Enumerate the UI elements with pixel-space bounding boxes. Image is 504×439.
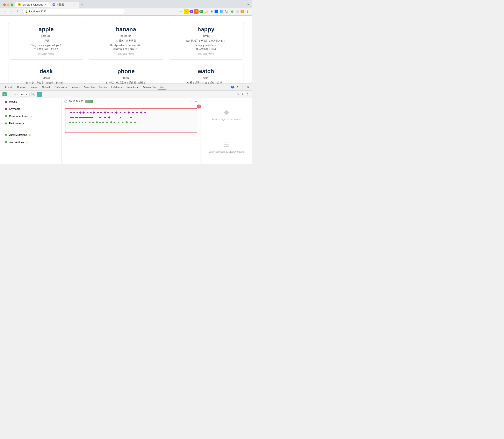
timeline-controls: + − (189, 99, 198, 103)
vue-forward-button[interactable]: → (13, 92, 17, 96)
tab-kalacloud[interactable]: R 卡拉云 ✕ (50, 2, 79, 8)
devtools-tab-security[interactable]: Security (97, 85, 109, 90)
svg-point-31 (75, 122, 77, 123)
vue-layers-icon[interactable]: ⬡ (235, 92, 240, 96)
extension-icon-5[interactable]: d (215, 10, 218, 13)
menu-icon[interactable]: ⋮ (245, 9, 249, 14)
svg-point-25 (104, 117, 106, 118)
svg-point-12 (111, 112, 113, 113)
flashcard-desk[interactable]: desk [desk] n. 书桌，办公桌；服务台，问询台； The desk … (8, 64, 84, 84)
devtools-close-button[interactable]: ✕ (246, 85, 250, 89)
devtools-tab-vue[interactable]: Vue (158, 85, 166, 90)
profile-icon[interactable]: 😊 (240, 10, 244, 13)
devtools-tab-sources[interactable]: Sources (28, 85, 40, 90)
maximize-button[interactable] (11, 3, 13, 6)
tab-close-kalacloud[interactable]: ✕ (74, 3, 76, 6)
devtools-tab-console[interactable]: Console (15, 85, 28, 90)
puzzle-icon[interactable]: 🧩 (230, 9, 234, 14)
flashcard-watch[interactable]: watch [wɒtʃ] v. 看；观看；n. 表；观察，监视； Watch w… (168, 64, 244, 84)
extension-icon-2[interactable]: K (194, 9, 198, 14)
devtools-settings-button[interactable]: ⚙ (235, 85, 240, 89)
inspect-icon[interactable]: 🔍 (31, 92, 35, 96)
extension-v-icon[interactable]: V (184, 9, 189, 14)
example-banana: He slipped on a banana skin. (92, 44, 160, 47)
vue-trash-icon[interactable]: 🗑 (240, 92, 245, 96)
vue-app-label: App (21, 93, 25, 96)
def-desk: n. 书桌，办公桌；服务台，问询台； (12, 81, 80, 84)
flashcard-apple[interactable]: apple [ˈæp(ə)l] n.苹果 Sling me an apple, … (8, 22, 84, 60)
timeline-minus-button[interactable]: − (194, 99, 198, 103)
svg-point-8 (97, 112, 99, 113)
phonetic-watch: [wɒtʃ] (172, 76, 239, 79)
page-content: apple [ˈæp(ə)l] n.苹果 Sling me an apple, … (0, 16, 252, 84)
devtools-more-button[interactable]: ⋮ (240, 85, 245, 89)
extension-icon-6[interactable]: 🌐 (219, 9, 224, 14)
devtools-tab-elements[interactable]: Elements (2, 85, 15, 90)
svg-point-16 (128, 111, 130, 114)
performance-label: Performance (9, 122, 24, 125)
sidebar-item-vuex-mutations[interactable]: Vuex Mutations ★ (2, 132, 60, 138)
word-happy: happy (172, 26, 239, 33)
new-tab-button[interactable]: + (79, 2, 84, 7)
svg-point-5 (87, 112, 88, 113)
devtools-tab-adblock[interactable]: Adblock Plus (141, 85, 158, 90)
vue-back-button[interactable]: ← (8, 92, 12, 96)
devtools-tab-application[interactable]: Application (82, 85, 97, 90)
phonetic-phone: [fəʊn] (92, 76, 160, 79)
chat-icon[interactable]: 💬 (224, 9, 229, 14)
svg-point-20 (144, 112, 146, 113)
vue-app-selector[interactable]: App ▾ (19, 92, 30, 97)
tab-close-flashcard[interactable]: ✕ (44, 3, 47, 6)
flashcard-banana[interactable]: banana [bəˈnɑːnə] n. 香蕉；喜剧演员 He slipped … (88, 22, 164, 60)
forward-button[interactable]: → (9, 9, 14, 14)
back-button[interactable]: ← (2, 9, 7, 14)
keyboard-dot-icon (5, 108, 7, 110)
tab-label-flashcard: flashcard-kalacloud (22, 3, 43, 6)
layer-panel-text: Select a layer to get started (211, 118, 241, 121)
keyboard-events-track (67, 116, 195, 119)
tab-favicon-flashcard: V (18, 3, 21, 6)
sidebar-item-vuex-actions[interactable]: Vuex Actions ★ (2, 139, 60, 146)
sidebar-item-component-events[interactable]: Component events (2, 113, 60, 119)
bookmark-icon[interactable]: ☆ (179, 9, 183, 14)
word-desk: desk (12, 68, 80, 75)
devtools-tab-performance[interactable]: Performance (52, 85, 70, 90)
word-phone: phone (92, 68, 160, 75)
svg-point-29 (69, 122, 71, 123)
timeline-panel: 🕐 20:38:26.880 + − (62, 98, 201, 164)
timeline-plus-button[interactable]: + (189, 99, 193, 103)
devtools-body: Mouse Keyboard Component events Performa… (0, 98, 252, 164)
timeline-view-button[interactable]: ≡ (37, 92, 42, 97)
keyboard-label: Keyboard (9, 107, 21, 110)
tab-expand-button[interactable]: ▾ (246, 2, 250, 7)
address-input[interactable]: 🔒 localhost:8081 (22, 9, 125, 14)
sidebar-item-performance[interactable]: Performance (2, 120, 60, 126)
extension-icon-3[interactable]: M (199, 10, 203, 13)
sidebar-icon[interactable]: ⬜ (235, 9, 240, 14)
def-happy: adj. 快乐的；幸福的，使人高兴的； (172, 39, 239, 43)
devtools-tab-network[interactable]: Network (40, 85, 52, 90)
devtools-tab-memory[interactable]: Memory (70, 85, 82, 90)
devtools-tab-recorder[interactable]: Recorder ▲ (124, 85, 141, 90)
vuex-mutations-star-icon: ★ (29, 133, 31, 136)
timeline-icon: ≡ (39, 93, 40, 96)
timeline-canvas (65, 108, 197, 133)
timeline-scrubber[interactable] (85, 100, 93, 103)
tab-flashcard[interactable]: V flashcard-kalacloud ✕ (15, 2, 49, 7)
sidebar-item-mouse[interactable]: Mouse (2, 98, 60, 105)
devtools-tab-lighthouse[interactable]: Lighthouse (109, 85, 124, 90)
refresh-button[interactable]: ↻ (16, 9, 21, 14)
sidebar-item-keyboard[interactable]: Keyboard (2, 106, 60, 112)
event-detail-panel: ☰ Select an event to display details (201, 131, 252, 164)
flashcard-phone[interactable]: phone [fəʊn] n. 电话，电话系统；受话器，听筒； I have t… (88, 64, 164, 84)
svg-point-17 (132, 112, 134, 113)
minimize-button[interactable] (7, 3, 10, 6)
svg-point-41 (110, 121, 112, 123)
vue-more-icon[interactable]: ⋮ (246, 92, 249, 96)
extension-icon-1[interactable]: N (189, 10, 193, 13)
event-panel-text: Select an event to display details (209, 150, 244, 153)
close-button[interactable] (3, 3, 6, 6)
flashcard-happy[interactable]: happy [ˈhæpi] adj. 快乐的；幸福的，使人高兴的； a happ… (168, 22, 244, 60)
extensions-grid-icon[interactable]: ⊞ (209, 9, 214, 14)
extension-icon-4[interactable]: 🌙 (204, 9, 209, 14)
